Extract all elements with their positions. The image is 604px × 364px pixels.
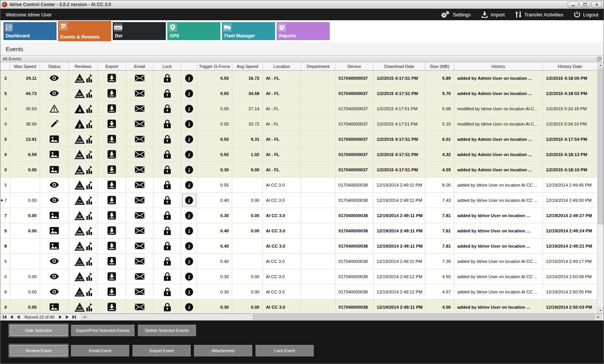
review-chart-icon[interactable] <box>86 242 92 251</box>
last-record-button[interactable] <box>71 314 77 320</box>
lock-icon[interactable] <box>164 150 171 159</box>
column-header-email[interactable]: Email <box>126 62 154 70</box>
tab-gps[interactable]: GPS <box>167 22 220 40</box>
export-icon[interactable] <box>107 89 116 98</box>
vertical-scrollbar[interactable]: ▲ ▼ <box>597 62 604 313</box>
column-header-location[interactable]: Location <box>263 62 301 70</box>
review-chart-icon[interactable] <box>86 119 92 129</box>
status-pencil-icon[interactable] <box>50 120 58 128</box>
email-icon[interactable] <box>135 121 144 127</box>
status-eye-icon[interactable] <box>50 258 59 264</box>
column-header-history_date[interactable]: History Date <box>543 62 597 70</box>
horizontal-scrollbar[interactable]: ◀ ▶ <box>81 314 602 321</box>
column-header-avg[interactable]: Avg Speed <box>232 62 263 70</box>
status-eye-icon[interactable] <box>50 274 59 279</box>
table-row[interactable]: 80.00NOSCOREi0.300.00Al CC 3.00170400000… <box>0 284 597 300</box>
column-header-download[interactable]: Download Date <box>374 62 425 70</box>
review-score-icon[interactable]: NOSCORE <box>74 150 85 159</box>
review-chart-icon[interactable] <box>86 303 92 312</box>
delete-selected-events-button[interactable]: Delete Selected Events <box>138 325 196 336</box>
review-score-icon[interactable]: NOSCORE <box>74 287 85 297</box>
info-icon[interactable]: i <box>185 288 193 296</box>
table-row[interactable]: 938.992i0.5533.72Al - FL0170400000371/2/… <box>0 116 597 132</box>
vertical-scrollbar-thumb[interactable] <box>598 69 603 224</box>
table-row[interactable]: 8NOSCOREi0.40Al CC 3.001704000003812/19/… <box>0 238 597 254</box>
status-image-icon[interactable] <box>50 135 59 143</box>
status-eye-icon[interactable] <box>50 197 59 203</box>
review-chart-icon[interactable] <box>86 226 92 235</box>
status-eye-icon[interactable] <box>50 90 59 96</box>
lock-icon[interactable] <box>164 119 171 129</box>
review-chart-icon[interactable] <box>86 135 92 144</box>
lock-icon[interactable] <box>164 272 171 281</box>
email-icon[interactable] <box>135 105 144 112</box>
lock-icon[interactable] <box>164 135 171 144</box>
export-icon[interactable] <box>107 257 116 266</box>
info-icon[interactable]: i <box>185 74 193 82</box>
review-chart-icon[interactable] <box>86 89 92 98</box>
horizontal-scrollbar-thumb[interactable] <box>253 315 594 320</box>
export-icon[interactable] <box>107 226 116 235</box>
export-event-button[interactable]: Export Event <box>133 345 191 356</box>
email-icon[interactable] <box>135 197 144 203</box>
attachments-button[interactable]: Attachments <box>194 345 252 356</box>
info-icon[interactable]: i <box>185 166 193 174</box>
export-icon[interactable] <box>107 150 116 159</box>
lock-icon[interactable] <box>164 104 171 113</box>
review-chart-icon[interactable] <box>86 150 92 159</box>
import-action[interactable]: Import <box>481 11 505 18</box>
email-icon[interactable] <box>135 288 144 295</box>
table-row[interactable]: 50.00NOSCOREi0.400.00Al CC 3.00170400000… <box>0 223 597 238</box>
tab-dvr[interactable]: EVENTDvr <box>113 22 166 40</box>
info-icon[interactable]: i <box>185 196 193 205</box>
review-score-icon[interactable]: 2 <box>74 119 85 129</box>
table-row[interactable]: 70.00NOSCOREi0.300.00Al CC 3.00170400000… <box>0 208 597 223</box>
table-row[interactable]: 00.00NOSCOREi0.300.00Al CC 3.00170400000… <box>0 300 597 313</box>
transfer-activities-action[interactable]: Transfer Activities <box>515 11 563 18</box>
status-image-icon[interactable] <box>50 212 59 219</box>
email-icon[interactable] <box>135 136 144 142</box>
column-header-status[interactable]: Status <box>40 62 69 70</box>
export-icon[interactable] <box>107 242 116 250</box>
column-header-edge[interactable] <box>0 62 10 70</box>
review-chart-icon[interactable] <box>86 287 92 296</box>
export-icon[interactable] <box>107 211 116 220</box>
table-row[interactable]: 00.00NOSCOREi0.300.00Al - FL017040000037… <box>0 162 597 177</box>
review-score-icon[interactable]: 4 <box>74 104 85 114</box>
tab-dashboard[interactable]: Dashboard <box>3 22 57 40</box>
review-score-icon[interactable]: NOSCORE <box>74 272 85 282</box>
info-icon[interactable]: i <box>185 135 193 143</box>
tab-events-reviews[interactable]: Events & Reviews <box>58 21 111 41</box>
lock-icon[interactable] <box>164 242 171 251</box>
review-score-icon[interactable]: NOSCORE <box>74 241 85 251</box>
close-button[interactable]: × <box>591 2 602 8</box>
column-header-device[interactable]: Device <box>335 62 374 70</box>
minimize-button[interactable] <box>568 2 578 8</box>
tab-reports[interactable]: Reports <box>277 22 330 40</box>
restore-panel-icon[interactable] <box>597 57 601 61</box>
lock-icon[interactable] <box>164 287 171 296</box>
review-score-icon[interactable]: NOSCORE <box>74 211 85 221</box>
table-row[interactable]: 00.00NOSCOREi0.300.00Al CC 3.00170400000… <box>0 269 597 284</box>
table-row[interactable]: ▶70.00NOSCOREi0.400.00Al CC 3.0017040000… <box>0 193 597 208</box>
table-row[interactable]: 229.11NOSCOREi0.5516.72Al - FL0170400000… <box>0 71 597 86</box>
email-event-button[interactable]: Email Event <box>71 345 129 356</box>
lock-icon[interactable] <box>164 257 171 266</box>
column-header-history[interactable]: History <box>454 62 543 70</box>
status-image-icon[interactable] <box>50 242 59 250</box>
export-print-selected-events-button[interactable]: Export/Print Selected Events <box>71 325 134 336</box>
scroll-right-icon[interactable]: ▶ <box>595 314 601 320</box>
column-header-max_speed[interactable]: Max Speed <box>10 62 40 70</box>
export-icon[interactable] <box>107 119 116 128</box>
review-chart-icon[interactable] <box>86 211 92 220</box>
column-header-size[interactable]: Size (MB) <box>425 62 454 70</box>
email-icon[interactable] <box>135 166 144 173</box>
status-image-icon[interactable] <box>50 151 59 158</box>
email-icon[interactable] <box>135 227 144 234</box>
table-row[interactable]: 06.59NOSCOREi0.551.02Al - FL017040000037… <box>0 147 597 162</box>
column-header-trigger[interactable]: Trigger G-Force <box>197 62 232 70</box>
email-icon[interactable] <box>135 75 144 81</box>
next-page-button[interactable] <box>64 314 70 320</box>
scroll-left-icon[interactable]: ◀ <box>81 314 87 320</box>
info-icon[interactable]: i <box>185 242 193 250</box>
